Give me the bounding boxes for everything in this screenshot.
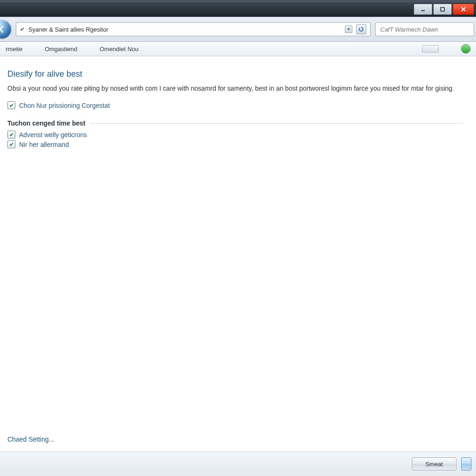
options-fieldset: Tuchon cenged time best ✔ Advenst welly … [7, 119, 463, 150]
settings-link[interactable]: Chaed Setting... [7, 436, 463, 448]
checkbox-row-option2[interactable]: ✔ Nir her allermand [7, 140, 463, 148]
checkbox-icon[interactable]: ✔ [7, 131, 15, 139]
checkbox-label: Chon Nur prissioning Corgestat [19, 102, 110, 109]
checkbox-icon[interactable]: ✔ [7, 140, 15, 148]
address-bar[interactable]: ✔ Syaner & Saint allies Rgesitor [16, 22, 370, 36]
explorer-window: ✔ Syaner & Saint allies Rgesitor rmeite … [0, 2, 476, 476]
page-title: Diesify for alive best [7, 69, 463, 79]
minimize-button[interactable] [414, 4, 432, 15]
address-icon: ✔ [20, 26, 25, 33]
help-icon[interactable] [461, 44, 470, 53]
toolbar-item-1[interactable]: Omgastiend [45, 46, 77, 53]
address-dropdown-icon[interactable] [345, 26, 352, 33]
checkbox-icon[interactable]: ✔ [7, 101, 15, 109]
checkbox-label: Nir her allermand [19, 141, 69, 148]
search-box[interactable] [375, 22, 474, 36]
primary-action-button[interactable]: Smeat [412, 457, 456, 470]
toolbar-item-0[interactable]: rmeite [6, 46, 22, 53]
secondary-action-button[interactable] [461, 457, 471, 470]
toolbar-widget[interactable] [422, 45, 439, 53]
content-pane: Diesify for alive best Obsi a your nood … [0, 56, 476, 451]
footer-bar: Smeat [0, 451, 476, 476]
divider [90, 123, 463, 124]
search-input[interactable] [379, 26, 470, 33]
back-button[interactable] [0, 20, 11, 39]
close-button[interactable] [453, 4, 474, 15]
refresh-icon[interactable] [356, 24, 366, 34]
fieldset-legend: Tuchon cenged time best [7, 119, 86, 127]
checkbox-label: Advenst welly geticrons [19, 131, 87, 139]
command-bar: rmeite Omgastiend Omendiet Nou [0, 42, 476, 56]
page-description: Obsi a your nood you rate piting by nose… [7, 84, 463, 93]
maximize-button[interactable] [433, 4, 452, 15]
titlebar[interactable] [0, 2, 476, 17]
checkbox-row-option1[interactable]: ✔ Advenst welly geticrons [7, 131, 463, 139]
navigation-bar: ✔ Syaner & Saint allies Rgesitor [0, 17, 476, 42]
address-text: Syaner & Saint allies Rgesitor [28, 26, 341, 33]
svg-rect-1 [441, 7, 444, 11]
checkbox-row-protect[interactable]: ✔ Chon Nur prissioning Corgestat [7, 101, 463, 109]
toolbar-item-2[interactable]: Omendiet Nou [99, 46, 139, 53]
